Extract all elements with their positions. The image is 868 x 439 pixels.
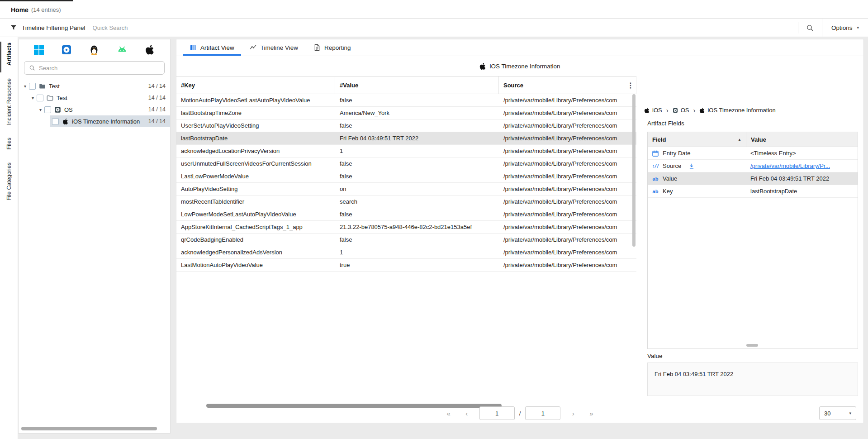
tree-item-test[interactable]: ▾Test14 / 14 bbox=[19, 92, 170, 104]
tree-checkbox[interactable] bbox=[37, 95, 43, 101]
report-icon bbox=[313, 44, 321, 51]
cell-value: false bbox=[335, 94, 499, 106]
table-vertical-scrollbar[interactable] bbox=[632, 94, 636, 302]
first-page-button[interactable]: « bbox=[441, 410, 457, 417]
column-header-key[interactable]: #Key bbox=[176, 76, 335, 94]
table-row[interactable]: acknowledgedPersonalizedAdsVersion1/priv… bbox=[176, 246, 636, 259]
prev-page-button[interactable]: ‹ bbox=[459, 410, 475, 417]
cell-source: /private/var/mobile/Library/Preferences/… bbox=[499, 145, 636, 157]
cell-key: userUnmutedFullScreenVideosForCurrentSes… bbox=[176, 157, 335, 170]
breadcrumb-item-os[interactable]: OS bbox=[673, 107, 689, 114]
table-row[interactable]: LowPowerModeSetLastAutoPlayVideoValuefal… bbox=[176, 208, 636, 221]
tree-item-os[interactable]: ▾OS14 / 14 bbox=[19, 104, 170, 115]
page-size-select[interactable]: 30 ▾ bbox=[819, 406, 856, 420]
rail-tab-files[interactable]: Files bbox=[6, 138, 12, 149]
timeline-icon bbox=[250, 44, 257, 51]
view-tab-label: Reporting bbox=[324, 44, 351, 51]
column-header-value[interactable]: #Value bbox=[335, 76, 499, 94]
table-row[interactable]: lastBootstrapTimeZoneAmerica/New_York/pr… bbox=[176, 107, 636, 119]
tree-checkbox[interactable] bbox=[44, 106, 51, 113]
artifact-field-row[interactable]: Entry Date<Timeless Entry> bbox=[648, 147, 858, 160]
download-icon[interactable] bbox=[688, 163, 695, 169]
table-row[interactable]: LastMotionAutoPlayVideoValuetrue/private… bbox=[176, 259, 636, 272]
value-preview-box: Fri Feb 04 03:49:51 TRT 2022 bbox=[647, 363, 858, 396]
chevron-down-icon: ▾ bbox=[849, 411, 851, 415]
artifact-tree: ▾Test14 / 14▾Test14 / 14▾OS14 / 14iOS Ti… bbox=[19, 80, 170, 127]
os-icon bbox=[54, 106, 61, 113]
cell-value: 1 bbox=[335, 145, 499, 157]
field-column-header[interactable]: Field ▲ bbox=[648, 132, 746, 147]
table-row[interactable]: lastBootstrapDateFri Feb 04 03:49:51 TRT… bbox=[176, 132, 636, 145]
table-row[interactable]: MotionAutoPlayVideoSetLastAutoPlayVideoV… bbox=[176, 94, 636, 107]
value-preview-text: Fri Feb 04 03:49:51 TRT 2022 bbox=[655, 371, 733, 377]
table-row[interactable]: acknowledgedLocationPrivacyVersion1/priv… bbox=[176, 145, 636, 157]
artifact-table-body: MotionAutoPlayVideoSetLastAutoPlayVideoV… bbox=[176, 94, 636, 272]
table-row[interactable]: AutoPlayVideoSettingon/private/var/mobil… bbox=[176, 183, 636, 196]
cell-key: acknowledgedPersonalizedAdsVersion bbox=[176, 246, 335, 258]
cell-value: search bbox=[335, 196, 499, 208]
total-pages-box[interactable]: 1 bbox=[525, 406, 560, 420]
apple-icon bbox=[479, 62, 486, 70]
current-page-input[interactable]: 1 bbox=[479, 406, 515, 420]
scrollbar-thumb[interactable] bbox=[21, 427, 157, 430]
chevron-down-icon: ▾ bbox=[857, 25, 859, 30]
tree-item-count: 14 / 14 bbox=[147, 106, 166, 113]
expand-caret[interactable]: ▾ bbox=[29, 95, 37, 100]
cell-key: lastBootstrapTimeZone bbox=[176, 107, 335, 119]
tab-artifact-view[interactable]: Artifact View bbox=[182, 39, 242, 56]
artifact-field-row[interactable]: abValueFri Feb 04 03:49:51 TRT 2022 bbox=[648, 172, 858, 185]
quick-search-input[interactable] bbox=[93, 24, 798, 31]
main-panel: Artifact ViewTimeline ViewReporting iOS … bbox=[176, 39, 864, 423]
artifact-fields-panel: Field ▲ Value Entry Date<Timeless Entry>… bbox=[647, 132, 858, 349]
android-icon[interactable] bbox=[117, 44, 128, 55]
sort-ascending-icon: ▲ bbox=[738, 138, 741, 142]
tree-horizontal-scrollbar[interactable] bbox=[21, 427, 167, 430]
windows-icon[interactable] bbox=[33, 44, 44, 55]
apple-icon bbox=[62, 118, 69, 125]
home-tab[interactable]: Home (14 entries) bbox=[0, 0, 73, 18]
tab-reporting[interactable]: Reporting bbox=[306, 39, 359, 56]
cell-key: LastMotionAutoPlayVideoValue bbox=[176, 259, 335, 271]
value-column-header[interactable]: Value bbox=[746, 132, 858, 147]
cell-key: AppStoreKitInternal_CachedScriptTags_1_a… bbox=[176, 221, 335, 233]
table-row[interactable]: LastLowPowerModeValuefalse/private/var/m… bbox=[176, 170, 636, 183]
options-button[interactable]: Options ▾ bbox=[822, 19, 868, 37]
fields-header: Field ▲ Value bbox=[648, 132, 858, 147]
rail-tab-artifacts[interactable]: Artifacts bbox=[6, 43, 12, 66]
cell-source: /private/var/mobile/Library/Preferences/… bbox=[499, 157, 636, 170]
cell-source: /private/var/mobile/Library/Preferences/… bbox=[499, 221, 636, 233]
fields-horizontal-scrollbar[interactable] bbox=[746, 344, 758, 347]
table-row[interactable]: mostRecentTabIdentifiersearch/private/va… bbox=[176, 196, 636, 208]
artifact-table: #Key #Value Source ⋮ MotionAutoPlayVideo… bbox=[176, 76, 636, 272]
rail-tab-file-categories[interactable]: File Categories bbox=[6, 162, 12, 200]
apple-icon[interactable] bbox=[144, 44, 155, 55]
column-menu-icon[interactable]: ⋮ bbox=[627, 76, 634, 94]
table-row[interactable]: userUnmutedFullScreenVideosForCurrentSes… bbox=[176, 157, 636, 170]
tree-checkbox[interactable] bbox=[52, 118, 59, 125]
search-button[interactable] bbox=[798, 19, 822, 37]
breadcrumb-item-ios[interactable]: iOS bbox=[644, 107, 662, 114]
table-header: #Key #Value Source ⋮ bbox=[176, 76, 636, 94]
table-row[interactable]: qrCodeBadgingEnabledfalse/private/var/mo… bbox=[176, 234, 636, 246]
table-row[interactable]: UserSetAutoPlayVideoSettingfalse/private… bbox=[176, 119, 636, 132]
cell-value: 1 bbox=[335, 246, 499, 258]
next-page-button[interactable]: › bbox=[565, 410, 581, 417]
tab-timeline-view[interactable]: Timeline View bbox=[242, 39, 306, 56]
tree-item-test[interactable]: ▾Test14 / 14 bbox=[19, 80, 170, 92]
table-row[interactable]: AppStoreKitInternal_CachedScriptTags_1_a… bbox=[176, 221, 636, 234]
expand-caret[interactable]: ▾ bbox=[37, 107, 44, 112]
artifact-field-row[interactable]: abKeylastBootstrapDate bbox=[648, 185, 858, 198]
column-header-source[interactable]: Source bbox=[499, 76, 636, 94]
artifact-field-row[interactable]: ://Source/private/var/mobile/Library/Pr.… bbox=[648, 160, 858, 172]
tree-item-ios-timezone-information[interactable]: iOS Timezone Information14 / 14 bbox=[19, 115, 170, 127]
expand-caret[interactable]: ▾ bbox=[21, 84, 29, 89]
breadcrumb-item-ios-timezone-information[interactable]: iOS Timezone Information bbox=[699, 107, 775, 114]
disk-icon[interactable] bbox=[61, 44, 72, 55]
last-page-button[interactable]: » bbox=[583, 410, 599, 417]
linux-icon[interactable] bbox=[89, 44, 100, 55]
scrollbar-thumb[interactable] bbox=[632, 94, 636, 247]
tree-checkbox[interactable] bbox=[29, 83, 36, 90]
rail-tab-incident-response[interactable]: Incident Response bbox=[6, 78, 12, 125]
field-value[interactable]: /private/var/mobile/Library/Pr... bbox=[750, 162, 830, 169]
tree-search-input[interactable] bbox=[39, 65, 160, 72]
